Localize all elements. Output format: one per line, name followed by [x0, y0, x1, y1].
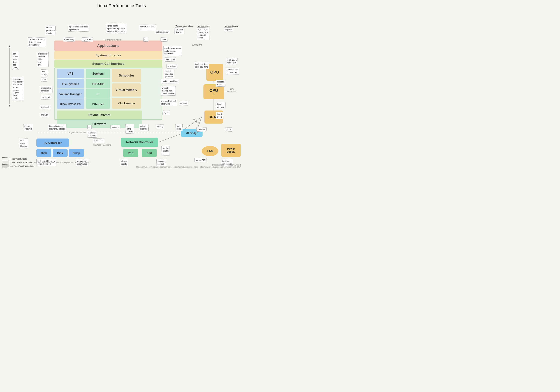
tool-df: df -h — [41, 77, 47, 81]
box-blockdev: Block Device Int. — [57, 99, 84, 109]
tool-schedtool: schedtool — [167, 64, 177, 69]
box-swap: Swap — [69, 149, 84, 157]
box-port1: Port — [123, 149, 138, 157]
box-tcpudp: TCP/UDP — [86, 79, 110, 89]
diagram: Operating System Hardware Applications S… — [0, 10, 243, 170]
tool-multipath: multipath — [40, 105, 50, 109]
tool-ip: ip route iptables — [125, 124, 134, 134]
cpu-interconnect-label: CPUInterconnect — [227, 88, 237, 93]
tool-pidstat: pidstat -d — [41, 95, 51, 100]
legend: observability tools static performance t… — [2, 157, 90, 168]
box-fan: FAN — [202, 146, 218, 156]
tool-storcli: storcli MegaCli — [23, 124, 33, 131]
tool-perf-tiptop: perf tiptop — [175, 124, 182, 131]
tool-proc-cpuinfo: /proc/cpuinfo cpuid lscpu — [226, 68, 239, 74]
tool-tiptop: tiptop perf pcm — [216, 102, 226, 109]
legend-box-obs — [2, 157, 9, 160]
footer: style inspired by reddit.com/u/redct htt… — [136, 164, 241, 168]
tool-sys: /sys/... — [162, 111, 170, 115]
interface-label: Interface Transports — [93, 144, 111, 146]
tool-tcpdump: tcpdump — [110, 125, 120, 129]
tool-funccount: funccount funclatency stackcount kprobe … — [12, 77, 24, 101]
legend-bcc: perf-tools/bcc tracing tools — [2, 164, 90, 167]
tool-dmesg: dmesg — [156, 124, 164, 129]
tool-hardirqs: hardirqs ttysnoop — [87, 131, 97, 138]
box-vfs: VFS — [57, 69, 84, 78]
tool-capable: capable — [224, 27, 233, 32]
box-virtmem: Virtual Memory — [112, 83, 141, 97]
tool-memleak: memleak oomkill slabraetop — [160, 99, 177, 106]
footer-urls: https://github.com/brendangregg/perf-too… — [136, 166, 241, 168]
hw-label: Hardware — [192, 44, 202, 46]
tool-intel-gpu-freq: intel_gpu_\ frequency — [226, 58, 238, 65]
box-clocksource: Clocksource — [112, 98, 141, 109]
tool-mdadm: mdadm lvm dmsetup — [40, 86, 52, 93]
tool-lsof: lsof pcstat — [41, 70, 48, 76]
svg-line-5 — [158, 134, 181, 142]
tool-lstopo: lstopo — [225, 127, 232, 131]
tool-cpudist: cpudist execsnoop runlat cpudist offcput… — [163, 46, 182, 56]
box-volmgr: Volume Manager — [57, 89, 84, 99]
box-iocontroller: I/O Controller — [36, 139, 69, 147]
legend-box-bcc — [2, 164, 9, 167]
layer-syslibs: System Libraries — [54, 51, 162, 60]
tool-tcptop: tcptop tcplife tcpconnect tcpaccept tcpc… — [106, 24, 126, 33]
layer-syscall: System Call Interface — [54, 60, 162, 68]
tool-sar-fan: sar -m FAN — [194, 158, 207, 162]
box-disk1: Disk — [36, 149, 51, 157]
tool-vmstat: vmstat slabtop free /proc/meminfo — [161, 86, 176, 96]
legend-obs-label: observability tools — [10, 158, 27, 160]
tool-sar-proc: sar /proc dmesg — [175, 27, 184, 34]
tool-top: top htop ps pidstat — [161, 79, 179, 83]
legend-static: static performance tools these can obser… — [2, 161, 90, 164]
tool-numactl: numactl — [179, 101, 188, 105]
tool-ltrace: ltrace — [160, 37, 168, 42]
tool-ss: ss — [87, 125, 92, 129]
legend-static-desc: these can observe the state of the syste… — [34, 161, 90, 163]
box-ethernet: Ethernet — [86, 99, 110, 109]
page-title: Linux Performance Tools — [0, 0, 243, 10]
legend-bcc-label: perf-tools/bcc tracing tools — [10, 165, 34, 167]
expander-label: Expander Interconnect — [69, 131, 90, 134]
layer-applications: Applications — [54, 40, 162, 51]
tool-sysctl: sysctl /sys dmesg lshw journalctl lsmod — [197, 27, 210, 40]
tool-netstat: netstat iptraf-ng — [139, 124, 149, 131]
tool-perf-ftrace: perf ftrace stap lttng bcc (BPF) — [12, 52, 19, 70]
legend-box-static — [2, 161, 9, 164]
tool-appconfig: App Config — [63, 37, 75, 42]
box-netcontroller: Network Controller — [121, 138, 158, 147]
tool-opensnoop: opensnoop statsnoop syncsnoop — [68, 25, 89, 31]
observability-arrow — [8, 44, 12, 108]
tool-mysqld: mysqld_qslower, ... — [139, 24, 156, 31]
box-scheduler: Scheduler — [112, 69, 141, 82]
box-filesys: File Systems — [57, 79, 84, 89]
box-devdrivers: Device Drivers — [57, 111, 142, 120]
tool-strace: strace perf trace sysdig — [45, 26, 56, 35]
tool-ugcucalls: ugc ucalls — [82, 37, 93, 42]
tool-iostat: iostat iotop blktrace — [19, 139, 28, 148]
tool-turbostat: turbostat rdmsr — [216, 80, 226, 87]
tool-ext4slower: ext4slower ext4dist btrfs* xfs* zfs* — [37, 52, 49, 67]
footer-style: style inspired by reddit.com/u/redct — [136, 164, 241, 166]
legend-static-label: static performance tools — [10, 161, 32, 163]
tool-mpstat: mpstat powertop /proc/stat — [164, 69, 174, 79]
box-powersupply: Power Supply — [221, 144, 241, 157]
box-disk2: Disk — [53, 149, 68, 157]
tool-ethtool: ethtool ifconfig — [120, 159, 129, 166]
tool-latencytop: latencytop — [165, 57, 176, 62]
box-sockets: Sockets — [86, 69, 110, 78]
tool-ldd: ldd — [143, 37, 148, 42]
legend-obs: observability tools — [2, 157, 90, 160]
tool-intel-gpu-top: intel_gpu_top intel_gpu_time — [194, 62, 209, 69]
tool-llcstat: llcstat profile — [216, 112, 223, 119]
tool-biotop: biotop biosnoop biolatency bitesize — [48, 124, 66, 131]
tool-nicstat: nicstat netstat ip — [161, 146, 170, 156]
tool-numastat: numastat — [196, 127, 207, 131]
box-port2: Port — [142, 149, 157, 157]
io-bus-label: I/O Bus — [192, 118, 199, 124]
box-ip: IP — [86, 89, 110, 99]
tool-cachestat: cachestat dcsnoop filetop fileslower mou… — [28, 37, 46, 47]
tool-gethostlatency: gethostlatency — [155, 30, 170, 34]
tool-lspci: lspci lsusb — [93, 139, 104, 143]
tool-mdflush: mdflush — [40, 113, 49, 117]
